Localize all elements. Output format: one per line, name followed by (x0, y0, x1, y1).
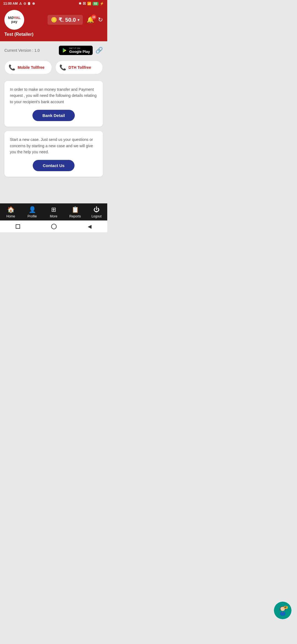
get-it-on-label: GET IT ON (69, 47, 90, 50)
notification-bell[interactable]: 🔔 28 (87, 16, 94, 23)
bank-detail-card: In order to make an money transfer and P… (4, 81, 103, 127)
nav-logout[interactable]: ⏻ Logout (86, 203, 107, 220)
home-icon: 🏠 (7, 206, 15, 213)
google-play-button[interactable]: GET IT ON Google Play (59, 46, 93, 55)
more-label: More (50, 214, 57, 218)
app-header: MØYAL pay 🪙 ₹. 50.0 ▾ 🔔 28 ↻ Test (Retai… (0, 7, 107, 41)
user-name: Test (Retailer) (4, 32, 103, 37)
version-actions: GET IT ON Google Play 🔗 (59, 46, 103, 55)
share-icon[interactable]: 🔗 (95, 47, 103, 54)
nav-home[interactable]: 🏠 Home (0, 203, 21, 220)
logo: MØYAL pay (4, 10, 24, 30)
refresh-icon[interactable]: ↻ (98, 16, 103, 23)
nav-profile[interactable]: 👤 Profile (21, 203, 43, 220)
notification-badge: 28 (91, 15, 96, 20)
system-back-arrow[interactable]: ◀ (88, 223, 92, 230)
reports-label: Reports (69, 214, 81, 218)
system-back-square[interactable] (16, 224, 20, 229)
main-content: Current Version : 1.0 G (0, 41, 107, 203)
block-icon: ⊗ (32, 2, 35, 6)
bottom-navigation: 🏠 Home 👤 Profile ⊞ More 📋 Reports ⏻ Logo… (0, 203, 107, 220)
charging-icon: ⚡ (100, 2, 104, 6)
profile-label: Profile (28, 214, 37, 218)
contact-us-button[interactable]: Contact Us (33, 160, 74, 171)
mobile-phone-icon: 📞 (9, 64, 15, 71)
more-icon: ⊞ (51, 206, 56, 213)
nav-reports[interactable]: 📋 Reports (64, 203, 86, 220)
at-icon: ⊙ (23, 2, 26, 6)
mobile-tollfree-button[interactable]: 📞 Mobile Tollfree (4, 61, 52, 74)
logo-text: MØYAL pay (8, 16, 21, 24)
dth-tollfree-button[interactable]: 📞 DTH Tollfree (55, 61, 103, 74)
contact-us-card: Start a new case. Just send us your ques… (4, 131, 103, 177)
version-label: Current Version : 1.0 (4, 48, 40, 53)
alert-icon: ⚠ (19, 2, 22, 6)
tollfree-row: 📞 Mobile Tollfree 📞 DTH Tollfree (4, 61, 103, 74)
system-home-circle[interactable] (51, 224, 57, 229)
mobile-tollfree-label: Mobile Tollfree (18, 65, 45, 70)
system-navigation: ◀ (0, 220, 107, 232)
delete-icon: 🗑 (28, 2, 31, 6)
dth-tollfree-label: DTH Tollfree (68, 65, 91, 70)
version-row: Current Version : 1.0 G (4, 46, 103, 55)
status-left: 11:00 AM ⚠ ⊙ 🗑 ⊗ (3, 2, 35, 6)
play-store-icon (62, 47, 68, 53)
balance-amount: ₹. 50.0 (59, 17, 76, 23)
dth-phone-icon: 📞 (59, 64, 66, 71)
bank-detail-button[interactable]: Bank Detail (32, 110, 75, 121)
logout-icon: ⏻ (94, 206, 100, 213)
profile-icon: 👤 (29, 206, 36, 213)
svg-marker-0 (63, 48, 66, 53)
battery-display: 93 (93, 2, 98, 6)
bluetooth-icon: ✱ (79, 2, 81, 6)
wallet-balance[interactable]: 🪙 ₹. 50.0 ▾ (48, 15, 83, 25)
wallet-icon: 🪙 (51, 17, 57, 23)
time-display: 11:00 AM (3, 2, 18, 6)
reports-icon: 📋 (72, 206, 79, 213)
bank-detail-description: In order to make an money transfer and P… (10, 86, 97, 105)
contact-us-description: Start a new case. Just send us your ques… (10, 137, 97, 155)
balance-dropdown-icon: ▾ (78, 18, 79, 22)
google-play-label: Google Play (69, 50, 90, 54)
home-label: Home (6, 214, 15, 218)
status-bar: 11:00 AM ⚠ ⊙ 🗑 ⊗ ✱ ☒ 📶 93 ⚡ (0, 0, 107, 7)
logout-label: Logout (92, 214, 102, 218)
status-right: ✱ ☒ 📶 93 ⚡ (79, 2, 104, 6)
wifi-icon: 📶 (87, 2, 91, 6)
nav-more[interactable]: ⊞ More (43, 203, 64, 220)
header-actions: 🪙 ₹. 50.0 ▾ 🔔 28 ↻ (48, 15, 103, 25)
x-box-icon: ☒ (83, 2, 86, 6)
google-play-text: GET IT ON Google Play (69, 47, 90, 54)
